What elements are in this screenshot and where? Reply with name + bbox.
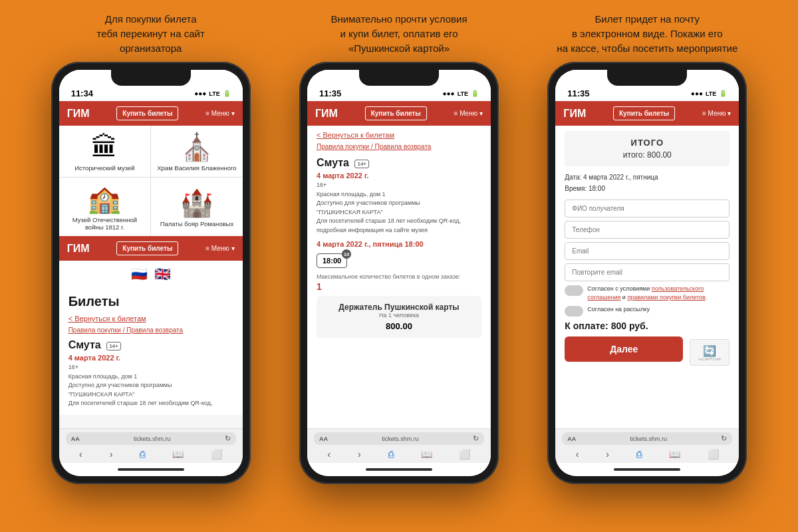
nav-bar-1b: ГИМ Купить билеты ≡ Меню ▾	[59, 236, 243, 261]
url-text-1: tickets.shm.ru	[134, 436, 171, 442]
status-icons-1: ●●● LTE 🔋	[194, 90, 230, 97]
captions-row: Для покупки билета тебя перекинут на сай…	[0, 0, 798, 62]
refresh-icon-3[interactable]: ↻	[721, 434, 727, 443]
back-link-2[interactable]: < Вернуться к билетам	[317, 131, 481, 139]
url-bar-2[interactable]: AA tickets.shm.ru ↻	[314, 432, 484, 445]
browser-bar-1: AA tickets.shm.ru ↻ ‹ › ⎙ 📖 ⬜	[59, 428, 243, 463]
proceed-btn[interactable]: Далее	[565, 336, 683, 362]
toggle-row-2: Согласен на рассылку	[565, 305, 730, 317]
museum-cell-2[interactable]: ⛪ Храм Василия Блаженного	[151, 126, 243, 177]
toggle-2[interactable]	[565, 306, 583, 317]
forward-icon-3[interactable]: ›	[606, 449, 609, 460]
time-chip-2[interactable]: 18:00 10	[317, 253, 347, 268]
event-date-1: 4 марта 2022 г.	[68, 354, 233, 362]
home-indicator-3	[555, 463, 739, 476]
museum-label-2: Храм Василия Блаженного	[157, 164, 236, 172]
back-link-1[interactable]: < Вернуться к билетам	[68, 315, 233, 323]
status-time-3: 11:35	[567, 88, 589, 98]
nav-buy-btn-1[interactable]: Купить билеты	[116, 106, 178, 120]
museum-icon-1: 🏛	[91, 134, 118, 160]
rules-link-1[interactable]: Правила покупки / Правила возврата	[68, 327, 233, 334]
pay-amount: К оплате: 800 руб.	[565, 321, 730, 331]
share-icon-3[interactable]: ⎙	[636, 449, 642, 460]
phone-2: 11:35 ●●● LTE 🔋 ГИМ Купить билеты ≡ Меню…	[299, 62, 499, 484]
museum-icon-3: 🏫	[88, 186, 121, 212]
rules-link-3[interactable]: правилами покупки билетов	[627, 294, 705, 301]
refresh-icon-1[interactable]: ↻	[225, 434, 231, 443]
bookmarks-icon-1[interactable]: 📖	[172, 449, 184, 460]
proceed-area: 🔄 reCAPTCHA Далее	[565, 336, 730, 362]
phones-row: 11:34 ●●● LTE 🔋 ГИМ Купить билеты ≡ Меню…	[0, 62, 798, 484]
forward-icon-2[interactable]: ›	[358, 449, 361, 460]
nav-menu-2[interactable]: ≡ Меню ▾	[454, 110, 483, 117]
toggle-text-1: Согласен с условиями пользовательского с…	[587, 285, 730, 301]
nav-menu-3[interactable]: ≡ Меню ▾	[702, 110, 731, 117]
time-selector-2: 18:00 10	[317, 253, 481, 268]
bookmarks-icon-3[interactable]: 📖	[669, 449, 680, 460]
nav-menu-1[interactable]: ≡ Меню ▾	[205, 110, 234, 117]
event-title-1: Смута 14+	[68, 339, 233, 351]
forward-icon-1[interactable]: ›	[110, 449, 113, 460]
total-amount: итого: 800.00	[571, 150, 723, 160]
share-icon-2[interactable]: ⎙	[388, 449, 394, 460]
phone-input[interactable]	[565, 221, 730, 239]
nav-buy-btn-1b[interactable]: Купить билеты	[116, 241, 178, 255]
status-bar-3: 11:35 ●●● LTE 🔋	[555, 70, 739, 101]
toggle-1[interactable]	[565, 285, 583, 296]
museum-cell-3[interactable]: 🏫 Музей Отечественной войны 1812 г.	[59, 178, 151, 236]
email-repeat-input[interactable]	[565, 263, 730, 281]
phone-3: 11:35 ●●● LTE 🔋 ГИМ Купить билеты ≡ Меню…	[547, 62, 747, 484]
phone-1-content: 🏛 Исторический музей ⛪ Храм Василия Блаж…	[59, 126, 243, 428]
status-time-2: 11:35	[319, 88, 341, 98]
quantity-2: 1	[317, 281, 481, 292]
status-icons-2: ●●● LTE 🔋	[443, 90, 479, 97]
phone-3-content: ИТОГО итого: 800.00 Дата: 4 марта 2022 г…	[555, 126, 739, 428]
event-date-line: Дата: 4 марта 2022 г., пятница Время: 18…	[565, 172, 730, 194]
tabs-icon-2[interactable]: ⬜	[459, 449, 470, 460]
caption-3: Билет придет на почту в электронном виде…	[547, 12, 747, 55]
nav-logo-1: ГИМ	[67, 108, 90, 120]
browser-bar-3: AA tickets.shm.ru ↻ ‹ › ⎙ 📖 ⬜	[555, 428, 739, 463]
home-indicator-1	[59, 463, 243, 476]
bookmarks-icon-2[interactable]: 📖	[421, 449, 432, 460]
fio-input[interactable]	[565, 200, 730, 217]
url-bar-3[interactable]: AA tickets.shm.ru ↻	[562, 432, 732, 445]
tabs-icon-3[interactable]: ⬜	[708, 449, 719, 460]
back-icon-2[interactable]: ‹	[327, 449, 331, 460]
back-icon-1[interactable]: ‹	[79, 449, 82, 460]
ticket-sub-2: На 1 человека	[323, 312, 475, 319]
url-text-2: tickets.shm.ru	[382, 436, 419, 442]
share-icon-1[interactable]: ⎙	[140, 449, 145, 460]
nav-buy-btn-3[interactable]: Купить билеты	[613, 106, 675, 120]
museum-cell-4[interactable]: 🏰 Палаты бояр Романовых	[151, 178, 243, 236]
status-icons-3: ●●● LTE 🔋	[691, 90, 727, 97]
total-title: ИТОГО	[571, 138, 723, 148]
toggle-row-1: Согласен с условиями пользовательского с…	[565, 285, 730, 301]
refresh-icon-2[interactable]: ↻	[473, 434, 479, 443]
museum-label-4: Палаты бояр Романовых	[160, 220, 234, 227]
event-title-2: Смута 14+	[317, 157, 481, 169]
home-bar-2	[366, 468, 432, 471]
ticket-card-2[interactable]: Держатель Пушкинской карты На 1 человека…	[317, 296, 481, 338]
p3-body: ИТОГО итого: 800.00 Дата: 4 марта 2022 г…	[555, 126, 739, 367]
nav-buy-btn-2[interactable]: Купить билеты	[365, 106, 427, 120]
email-input[interactable]	[565, 242, 730, 260]
nav-bar-3: ГИМ Купить билеты ≡ Меню ▾	[555, 101, 739, 126]
url-bar-1[interactable]: AA tickets.shm.ru ↻	[66, 432, 236, 445]
tabs-icon-1[interactable]: ⬜	[211, 449, 222, 460]
p2-body: < Вернуться к билетам Правила покупки / …	[307, 126, 491, 343]
nav-menu-1b[interactable]: ≡ Меню ▾	[205, 245, 234, 252]
back-icon-3[interactable]: ‹	[576, 449, 579, 460]
rules-link-2[interactable]: Правила покупки / Правила возврата	[317, 143, 481, 150]
ticket-type-2: Держатель Пушкинской карты	[323, 303, 475, 312]
flag-gb: 🇬🇧	[154, 266, 171, 282]
date-time-red-2: 4 марта 2022 г., пятница 18:00	[317, 240, 481, 248]
caption-2: Внимательно прочти условия и купи билет,…	[299, 12, 499, 55]
phone-1: 11:34 ●●● LTE 🔋 ГИМ Купить билеты ≡ Меню…	[51, 62, 251, 484]
tickets-section: Билеты < Вернуться к билетам Правила пок…	[59, 287, 243, 415]
aa-text-3: AA	[567, 436, 576, 442]
event-details-2: 16+ Красная площадь, дом 1 Доступно для …	[317, 181, 481, 235]
museum-cell-1[interactable]: 🏛 Исторический музей	[59, 126, 151, 177]
nav-logo-2: ГИМ	[315, 108, 338, 120]
museum-label-1: Исторический музей	[74, 164, 134, 172]
